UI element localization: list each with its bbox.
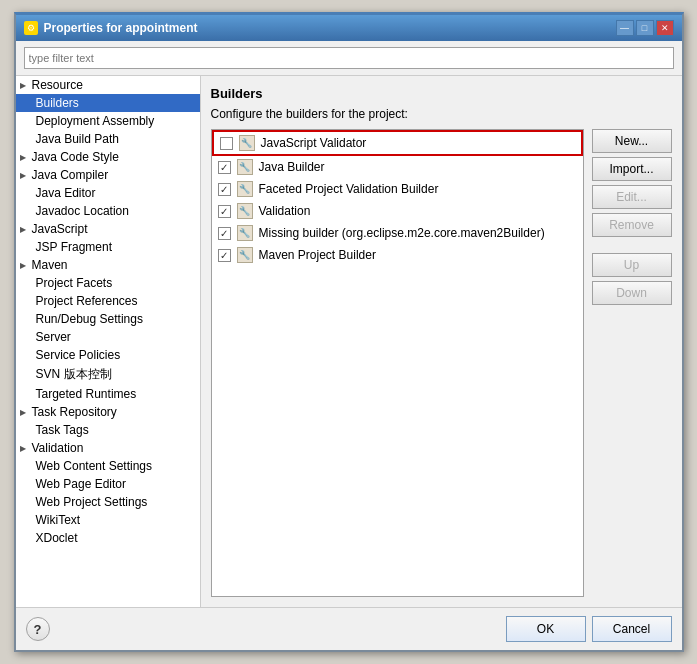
help-button[interactable]: ?: [26, 617, 50, 641]
builder-item[interactable]: 🔧Missing builder (org.eclipse.m2e.core.m…: [212, 222, 583, 244]
sidebar-item-web-content-settings[interactable]: Web Content Settings: [16, 457, 200, 475]
sidebar-item-service-policies[interactable]: Service Policies: [16, 346, 200, 364]
filter-row: [16, 41, 682, 76]
builder-label: Faceted Project Validation Builder: [259, 182, 439, 196]
sidebar-item-project-facets[interactable]: Project Facets: [16, 274, 200, 292]
sidebar-item-label: Server: [36, 330, 71, 344]
remove-button: Remove: [592, 213, 672, 237]
builder-item[interactable]: 🔧JavaScript Validator: [212, 130, 583, 156]
sidebar-item-project-references[interactable]: Project References: [16, 292, 200, 310]
builder-checkbox[interactable]: [218, 227, 231, 240]
builder-checkbox[interactable]: [220, 137, 233, 150]
edit-button: Edit...: [592, 185, 672, 209]
sidebar-item-wikitext[interactable]: WikiText: [16, 511, 200, 529]
minimize-button[interactable]: —: [616, 20, 634, 36]
builder-item[interactable]: 🔧Faceted Project Validation Builder: [212, 178, 583, 200]
sidebar-item-label: JSP Fragment: [36, 240, 112, 254]
sidebar-item-label: Resource: [32, 78, 83, 92]
sidebar-item-label: Task Tags: [36, 423, 89, 437]
title-bar: ⚙ Properties for appointment — □ ✕: [16, 15, 682, 41]
builder-label: Java Builder: [259, 160, 325, 174]
sidebar-item-label: Task Repository: [32, 405, 117, 419]
sidebar-item-jsp-fragment[interactable]: JSP Fragment: [16, 238, 200, 256]
builder-item[interactable]: 🔧Java Builder: [212, 156, 583, 178]
sidebar-item-label: SVN 版本控制: [36, 366, 112, 383]
builder-icon: 🔧: [237, 159, 253, 175]
sidebar-item-web-page-editor[interactable]: Web Page Editor: [16, 475, 200, 493]
dialog-title: Properties for appointment: [44, 21, 198, 35]
close-button[interactable]: ✕: [656, 20, 674, 36]
ok-button[interactable]: OK: [506, 616, 586, 642]
sidebar: ▶ResourceBuildersDeployment AssemblyJava…: [16, 76, 201, 607]
expand-arrow-icon: ▶: [20, 171, 30, 180]
cancel-button[interactable]: Cancel: [592, 616, 672, 642]
builder-icon: 🔧: [237, 247, 253, 263]
builders-list: 🔧JavaScript Validator🔧Java Builder🔧Facet…: [211, 129, 584, 597]
sidebar-item-label: Java Build Path: [36, 132, 119, 146]
import-button[interactable]: Import...: [592, 157, 672, 181]
main-content: ▶ResourceBuildersDeployment AssemblyJava…: [16, 76, 682, 607]
sidebar-item-label: Run/Debug Settings: [36, 312, 143, 326]
sidebar-item-label: XDoclet: [36, 531, 78, 545]
sidebar-item-deployment-assembly[interactable]: Deployment Assembly: [16, 112, 200, 130]
sidebar-item-task-tags[interactable]: Task Tags: [16, 421, 200, 439]
sidebar-item-label: Java Code Style: [32, 150, 119, 164]
sidebar-item-java-editor[interactable]: Java Editor: [16, 184, 200, 202]
builder-icon: 🔧: [239, 135, 255, 151]
sidebar-item-label: Java Editor: [36, 186, 96, 200]
builder-checkbox[interactable]: [218, 205, 231, 218]
builder-label: Validation: [259, 204, 311, 218]
sidebar-item-label: Deployment Assembly: [36, 114, 155, 128]
expand-arrow-icon: ▶: [20, 81, 30, 90]
builder-label: Missing builder (org.eclipse.m2e.core.ma…: [259, 226, 545, 240]
builder-checkbox[interactable]: [218, 183, 231, 196]
builders-area: 🔧JavaScript Validator🔧Java Builder🔧Facet…: [211, 129, 672, 597]
builder-item[interactable]: 🔧Validation: [212, 200, 583, 222]
sidebar-item-label: Java Compiler: [32, 168, 109, 182]
sidebar-item-resource[interactable]: ▶Resource: [16, 76, 200, 94]
sidebar-item-server[interactable]: Server: [16, 328, 200, 346]
builder-label: JavaScript Validator: [261, 136, 367, 150]
up-button: Up: [592, 253, 672, 277]
panel-title: Builders: [211, 86, 672, 101]
maximize-button[interactable]: □: [636, 20, 654, 36]
sidebar-item-svn-[interactable]: SVN 版本控制: [16, 364, 200, 385]
sidebar-item-javadoc-location[interactable]: Javadoc Location: [16, 202, 200, 220]
expand-arrow-icon: ▶: [20, 153, 30, 162]
sidebar-item-label: Web Page Editor: [36, 477, 127, 491]
sidebar-item-label: Project Facets: [36, 276, 113, 290]
sidebar-item-maven[interactable]: ▶Maven: [16, 256, 200, 274]
sidebar-item-label: Web Project Settings: [36, 495, 148, 509]
sidebar-item-rundebug-settings[interactable]: Run/Debug Settings: [16, 310, 200, 328]
filter-input[interactable]: [24, 47, 674, 69]
expand-arrow-icon: ▶: [20, 444, 30, 453]
builder-checkbox[interactable]: [218, 161, 231, 174]
sidebar-item-task-repository[interactable]: ▶Task Repository: [16, 403, 200, 421]
dialog-body: ▶ResourceBuildersDeployment AssemblyJava…: [16, 41, 682, 607]
sidebar-item-label: Builders: [36, 96, 79, 110]
title-buttons: — □ ✕: [616, 20, 674, 36]
expand-arrow-icon: ▶: [20, 225, 30, 234]
side-buttons: New...Import...Edit...RemoveUpDown: [592, 129, 672, 597]
sidebar-item-builders[interactable]: Builders: [16, 94, 200, 112]
expand-arrow-icon: ▶: [20, 261, 30, 270]
sidebar-item-validation[interactable]: ▶Validation: [16, 439, 200, 457]
sidebar-item-java-compiler[interactable]: ▶Java Compiler: [16, 166, 200, 184]
new-button[interactable]: New...: [592, 129, 672, 153]
builder-item[interactable]: 🔧Maven Project Builder: [212, 244, 583, 266]
sidebar-item-java-code-style[interactable]: ▶Java Code Style: [16, 148, 200, 166]
sidebar-item-targeted-runtimes[interactable]: Targeted Runtimes: [16, 385, 200, 403]
sidebar-item-java-build-path[interactable]: Java Build Path: [16, 130, 200, 148]
sidebar-item-web-project-settings[interactable]: Web Project Settings: [16, 493, 200, 511]
right-panel: Builders Configure the builders for the …: [201, 76, 682, 607]
builder-checkbox[interactable]: [218, 249, 231, 262]
sidebar-item-label: Targeted Runtimes: [36, 387, 137, 401]
sidebar-item-xdoclet[interactable]: XDoclet: [16, 529, 200, 547]
button-spacer: [592, 241, 672, 249]
dialog-icon: ⚙: [24, 21, 38, 35]
sidebar-item-javascript[interactable]: ▶JavaScript: [16, 220, 200, 238]
bottom-buttons: OKCancel: [506, 616, 672, 642]
bottom-bar: ? OKCancel: [16, 607, 682, 650]
sidebar-item-label: Maven: [32, 258, 68, 272]
sidebar-item-label: Web Content Settings: [36, 459, 153, 473]
